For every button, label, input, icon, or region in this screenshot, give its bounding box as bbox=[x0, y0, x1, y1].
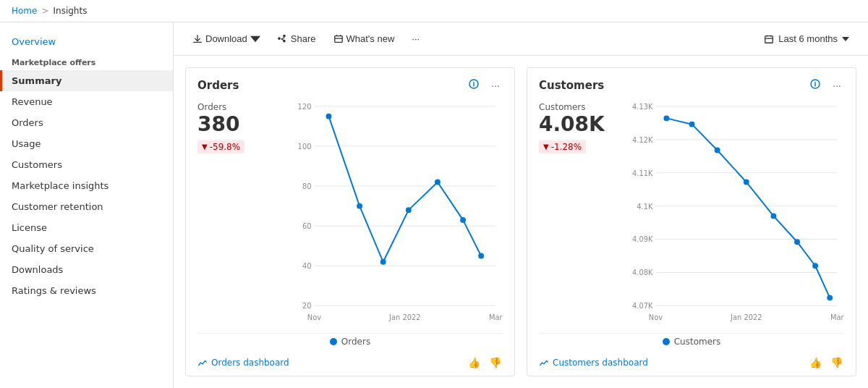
svg-text:4.09K: 4.09K bbox=[632, 235, 653, 243]
svg-point-23 bbox=[460, 217, 466, 223]
svg-point-45 bbox=[715, 148, 720, 153]
breadcrumb-sep: > bbox=[41, 6, 48, 16]
card-header-orders: Orders ··· bbox=[186, 68, 514, 96]
svg-text:20: 20 bbox=[302, 302, 312, 310]
download-icon bbox=[192, 34, 203, 44]
thumbs-up-button-customers[interactable]: 👍 bbox=[808, 355, 823, 370]
thumbs-up-button-orders[interactable]: 👍 bbox=[467, 355, 482, 370]
sidebar-section-label: Marketplace offers bbox=[0, 52, 173, 70]
breadcrumb-bar: Home > Insights bbox=[0, 0, 868, 22]
svg-text:60: 60 bbox=[302, 222, 312, 230]
period-selector-button[interactable]: Last 6 months bbox=[757, 30, 856, 48]
sidebar-item-overview[interactable]: Overview bbox=[0, 31, 173, 52]
card-feedback-orders: 👍 👎 bbox=[467, 355, 503, 370]
toolbar: Download Share What's new bbox=[174, 22, 868, 56]
more-label: ··· bbox=[412, 33, 420, 44]
card-info-button-orders[interactable] bbox=[465, 77, 482, 93]
svg-text:4.11K: 4.11K bbox=[632, 169, 653, 177]
card-link-footer-orders: Orders dashboard 👍 👎 bbox=[186, 351, 514, 376]
svg-rect-0 bbox=[334, 35, 342, 42]
card-orders: Orders ··· Orders 380 ▼ -59.8% bbox=[185, 67, 515, 376]
period-chevron-icon bbox=[842, 37, 849, 41]
sidebar-item-summary[interactable]: Summary bbox=[0, 70, 173, 91]
svg-point-20 bbox=[380, 259, 386, 265]
change-value-customers: -1.28% bbox=[551, 142, 582, 152]
sidebar: Overview Marketplace offers SummaryReven… bbox=[0, 22, 174, 388]
svg-text:100: 100 bbox=[298, 143, 312, 151]
sidebar-item-quality-of-service[interactable]: Quality of service bbox=[0, 238, 173, 259]
whats-new-label: What's new bbox=[346, 33, 395, 44]
sidebar-item-license[interactable]: License bbox=[0, 217, 173, 238]
card-link-footer-customers: Customers dashboard 👍 👎 bbox=[527, 351, 856, 376]
chart-area-customers: 4.07K4.08K4.09K4.1K4.11K4.12K4.13KNovJan… bbox=[626, 96, 844, 327]
download-button[interactable]: Download bbox=[185, 30, 268, 48]
card-info-button-customers[interactable] bbox=[807, 77, 824, 93]
thumbs-down-button-orders[interactable]: 👎 bbox=[488, 355, 503, 370]
sidebar-item-marketplace-insights[interactable]: Marketplace insights bbox=[0, 175, 173, 196]
svg-text:120: 120 bbox=[298, 103, 312, 111]
card-title-orders: Orders bbox=[197, 79, 465, 92]
svg-text:Jan 2022: Jan 2022 bbox=[730, 313, 762, 321]
line-chart-orders: 20406080100120NovJan 2022Mar bbox=[284, 99, 503, 327]
legend-dot-customers bbox=[663, 338, 670, 345]
whats-new-icon bbox=[333, 34, 344, 44]
sidebar-item-customer-retention[interactable]: Customer retention bbox=[0, 196, 173, 217]
card-customers: Customers ··· Customers 4.08K ▼ -1.28% bbox=[527, 67, 856, 376]
card-dashboard-link-orders[interactable]: Orders dashboard bbox=[197, 358, 289, 368]
svg-text:40: 40 bbox=[302, 262, 312, 270]
card-body-orders: Orders 380 ▼ -59.8% 20406080100120NovJan… bbox=[186, 96, 514, 333]
card-dashboard-link-customers[interactable]: Customers dashboard bbox=[539, 358, 648, 368]
card-more-button-customers[interactable]: ··· bbox=[830, 78, 844, 93]
svg-text:4.08K: 4.08K bbox=[632, 269, 653, 277]
change-arrow-orders: ▼ bbox=[202, 143, 208, 151]
card-more-button-orders[interactable]: ··· bbox=[488, 78, 503, 93]
cards-area: Orders ··· Orders 380 ▼ -59.8% bbox=[174, 56, 868, 388]
svg-text:Mar: Mar bbox=[489, 313, 503, 321]
sidebar-item-ratings-reviews[interactable]: Ratings & reviews bbox=[0, 280, 173, 301]
app-container: Home > Insights Overview Marketplace off… bbox=[0, 0, 868, 388]
svg-point-43 bbox=[663, 115, 669, 121]
chart-legend-customers: Customers bbox=[539, 333, 844, 351]
whats-new-button[interactable]: What's new bbox=[326, 30, 402, 48]
card-stat-label-orders: Orders bbox=[197, 102, 284, 112]
card-title-customers: Customers bbox=[539, 79, 807, 92]
svg-point-49 bbox=[812, 263, 818, 269]
card-stat-value-orders: 380 bbox=[197, 114, 284, 136]
sidebar-item-revenue[interactable]: Revenue bbox=[0, 91, 173, 112]
sidebar-item-customers[interactable]: Customers bbox=[0, 154, 173, 175]
svg-point-50 bbox=[827, 295, 833, 300]
svg-point-44 bbox=[689, 122, 695, 127]
svg-text:Jan 2022: Jan 2022 bbox=[388, 313, 420, 321]
share-icon bbox=[278, 34, 288, 44]
calendar-icon bbox=[764, 34, 774, 44]
chart-legend-orders: Orders bbox=[197, 333, 503, 351]
legend-label-orders: Orders bbox=[341, 337, 370, 347]
breadcrumb-home[interactable]: Home bbox=[12, 6, 37, 16]
card-stat-value-customers: 4.08K bbox=[539, 114, 626, 136]
svg-point-47 bbox=[770, 213, 776, 219]
svg-text:4.1K: 4.1K bbox=[637, 203, 653, 211]
svg-point-48 bbox=[794, 239, 800, 245]
change-arrow-customers: ▼ bbox=[543, 143, 549, 151]
sidebar-items: SummaryRevenueOrdersUsageCustomersMarket… bbox=[0, 70, 173, 301]
card-stat-change-customers: ▼ -1.28% bbox=[539, 140, 586, 153]
thumbs-down-button-customers[interactable]: 👎 bbox=[829, 355, 844, 370]
card-feedback-customers: 👍 👎 bbox=[808, 355, 844, 370]
svg-point-19 bbox=[357, 203, 362, 209]
more-button[interactable]: ··· bbox=[404, 30, 427, 48]
info-icon bbox=[468, 78, 480, 90]
card-body-customers: Customers 4.08K ▼ -1.28% 4.07K4.08K4.09K… bbox=[527, 96, 856, 333]
content-area: Download Share What's new bbox=[174, 22, 868, 388]
svg-text:Nov: Nov bbox=[307, 313, 321, 321]
card-header-icons-orders: ··· bbox=[465, 77, 503, 93]
svg-text:4.12K: 4.12K bbox=[632, 136, 653, 144]
sidebar-item-downloads[interactable]: Downloads bbox=[0, 259, 173, 280]
share-label: Share bbox=[291, 33, 316, 44]
share-button[interactable]: Share bbox=[271, 30, 323, 48]
svg-text:80: 80 bbox=[302, 182, 312, 190]
sidebar-item-orders[interactable]: Orders bbox=[0, 112, 173, 133]
svg-point-22 bbox=[435, 180, 441, 185]
main-layout: Overview Marketplace offers SummaryReven… bbox=[0, 22, 868, 388]
sidebar-item-usage[interactable]: Usage bbox=[0, 133, 173, 154]
legend-label-customers: Customers bbox=[674, 337, 721, 347]
